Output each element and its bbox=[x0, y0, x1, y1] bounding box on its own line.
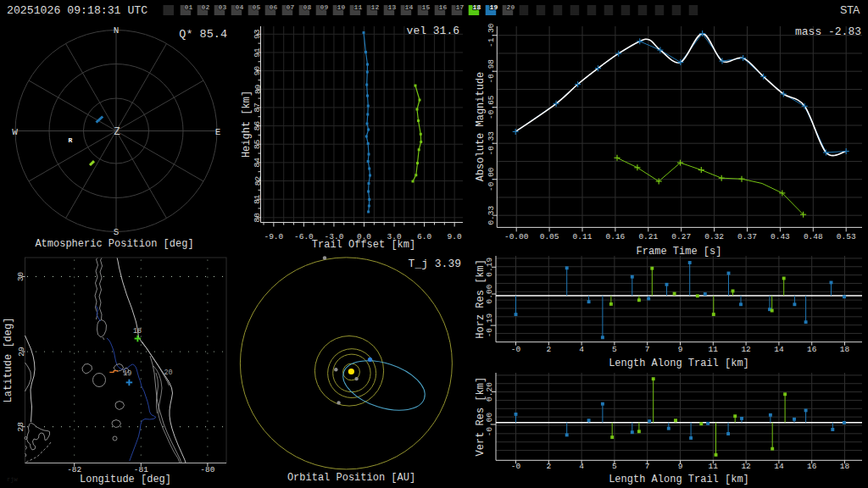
svg-text:Length Along Trail [km]: Length Along Trail [km] bbox=[609, 358, 749, 369]
svg-text:-80: -80 bbox=[200, 465, 214, 474]
svg-text:-0.33: -0.33 bbox=[487, 131, 496, 156]
svg-text:0.37: 0.37 bbox=[737, 232, 757, 241]
svg-text:18: 18 bbox=[840, 345, 850, 354]
svg-text:N: N bbox=[114, 25, 120, 36]
svg-text:Vert Res [km]: Vert Res [km] bbox=[475, 377, 487, 457]
svg-text:Trail Offset [km]: Trail Offset [km] bbox=[312, 239, 415, 251]
svg-text:5: 5 bbox=[612, 345, 617, 354]
svg-text:9.0: 9.0 bbox=[448, 232, 462, 241]
svg-text:07: 07 bbox=[287, 3, 295, 11]
svg-text:Height [km]: Height [km] bbox=[241, 91, 253, 158]
svg-text:12: 12 bbox=[741, 345, 751, 354]
svg-text:04: 04 bbox=[236, 3, 244, 11]
svg-text:09: 09 bbox=[320, 3, 329, 11]
svg-text:19: 19 bbox=[123, 369, 131, 378]
svg-text:19: 19 bbox=[490, 3, 498, 11]
svg-text:86: 86 bbox=[253, 121, 263, 131]
svg-text:-0.00: -0.00 bbox=[504, 232, 529, 241]
svg-text:-1.30: -1.30 bbox=[487, 23, 496, 47]
svg-text:28: 28 bbox=[17, 422, 26, 432]
svg-text:03: 03 bbox=[219, 3, 227, 11]
svg-text:-6.0: -6.0 bbox=[294, 232, 314, 241]
svg-text:7: 7 bbox=[645, 462, 650, 471]
svg-text:0.43: 0.43 bbox=[771, 232, 790, 241]
svg-text:Z: Z bbox=[114, 126, 120, 138]
svg-text:12: 12 bbox=[371, 3, 380, 11]
svg-text:06: 06 bbox=[270, 3, 278, 11]
svg-text:Latitude [deg]: Latitude [deg] bbox=[3, 318, 14, 403]
svg-text:16: 16 bbox=[807, 462, 817, 471]
svg-text:2: 2 bbox=[546, 462, 551, 471]
svg-text:-0.65: -0.65 bbox=[487, 95, 496, 119]
svg-text:16: 16 bbox=[807, 345, 817, 354]
svg-text:11: 11 bbox=[709, 462, 719, 471]
svg-text:89: 89 bbox=[253, 84, 263, 94]
svg-text:0.11: 0.11 bbox=[573, 232, 593, 241]
svg-text:13: 13 bbox=[388, 3, 397, 11]
svg-text:-82: -82 bbox=[67, 465, 81, 474]
svg-text:93: 93 bbox=[253, 29, 263, 39]
svg-text:81: 81 bbox=[253, 194, 263, 204]
svg-text:12: 12 bbox=[741, 462, 751, 471]
svg-text:2: 2 bbox=[546, 345, 551, 354]
svg-text:vel 31.6: vel 31.6 bbox=[407, 25, 459, 37]
svg-text:0.05: 0.05 bbox=[540, 232, 559, 241]
svg-text:W: W bbox=[12, 127, 18, 137]
svg-text:08: 08 bbox=[303, 3, 312, 11]
svg-text:mass -2.83: mass -2.83 bbox=[795, 25, 861, 38]
svg-text:30: 30 bbox=[17, 271, 26, 281]
svg-text:01: 01 bbox=[185, 3, 193, 11]
svg-text:0.21: 0.21 bbox=[638, 232, 658, 241]
svg-text:R: R bbox=[69, 136, 73, 144]
svg-text:-0: -0 bbox=[511, 345, 521, 354]
svg-text:14: 14 bbox=[774, 345, 784, 354]
svg-text:02: 02 bbox=[202, 3, 210, 11]
svg-text:20: 20 bbox=[164, 369, 172, 377]
svg-text:T_j 3.39: T_j 3.39 bbox=[409, 258, 461, 270]
svg-text:4: 4 bbox=[579, 345, 584, 354]
svg-text:05: 05 bbox=[253, 3, 261, 11]
svg-text:E: E bbox=[215, 127, 221, 137]
svg-text:10: 10 bbox=[337, 3, 346, 11]
svg-text:0.16: 0.16 bbox=[605, 232, 625, 241]
svg-text:-0.98: -0.98 bbox=[487, 59, 496, 84]
svg-text:18: 18 bbox=[473, 3, 481, 11]
svg-text:20: 20 bbox=[507, 3, 515, 11]
svg-text:Length Along Trail [km]: Length Along Trail [km] bbox=[609, 474, 749, 485]
svg-text:7: 7 bbox=[645, 345, 650, 354]
svg-text:11: 11 bbox=[709, 345, 719, 354]
svg-text:0.27: 0.27 bbox=[671, 232, 691, 241]
svg-text:-81: -81 bbox=[134, 465, 148, 474]
svg-text:0.32: 0.32 bbox=[704, 232, 724, 241]
svg-text:Longitude [deg]: Longitude [deg] bbox=[80, 474, 171, 485]
svg-text:18: 18 bbox=[840, 462, 850, 471]
svg-text:S: S bbox=[114, 227, 120, 237]
svg-text:85: 85 bbox=[253, 139, 263, 149]
svg-text:11: 11 bbox=[354, 3, 363, 11]
svg-text:6.0: 6.0 bbox=[417, 232, 431, 241]
svg-text:0.33: 0.33 bbox=[487, 206, 496, 225]
svg-text:4: 4 bbox=[579, 462, 584, 471]
svg-text:29: 29 bbox=[17, 347, 26, 357]
svg-text:87: 87 bbox=[253, 103, 263, 112]
svg-text:91: 91 bbox=[253, 47, 263, 58]
svg-text:18: 18 bbox=[133, 327, 142, 336]
svg-text:-0: -0 bbox=[511, 462, 521, 471]
svg-text:5: 5 bbox=[612, 462, 617, 471]
svg-text:17: 17 bbox=[456, 3, 465, 11]
svg-text:Absolute Magnitude: Absolute Magnitude bbox=[475, 72, 487, 182]
svg-text:0.53: 0.53 bbox=[837, 232, 856, 241]
svg-text:16: 16 bbox=[439, 3, 448, 11]
svg-text:84: 84 bbox=[253, 158, 263, 168]
svg-text:STA: STA bbox=[840, 4, 860, 16]
svg-text:15: 15 bbox=[422, 3, 431, 11]
svg-text:Orbital Position [AU]: Orbital Position [AU] bbox=[287, 472, 415, 484]
svg-text:9: 9 bbox=[678, 462, 683, 471]
svg-text:rjw: rjw bbox=[7, 476, 18, 483]
svg-text:Atmospheric Position [deg]: Atmospheric Position [deg] bbox=[35, 238, 193, 250]
svg-text:90: 90 bbox=[253, 66, 263, 76]
svg-text:0.48: 0.48 bbox=[804, 232, 823, 241]
svg-text:14: 14 bbox=[774, 462, 784, 471]
svg-text:9: 9 bbox=[678, 345, 683, 354]
svg-text:Frame Time [s]: Frame Time [s] bbox=[637, 246, 722, 258]
